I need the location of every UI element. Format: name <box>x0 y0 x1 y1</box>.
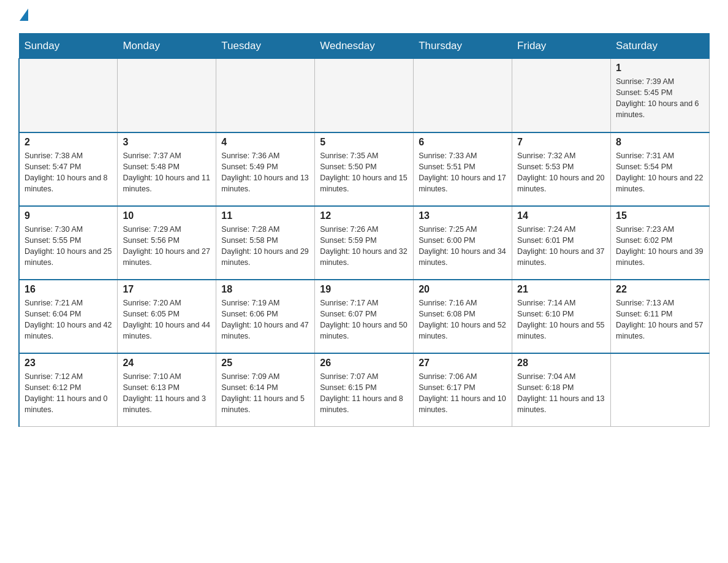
calendar-day-cell: 21Sunrise: 7:14 AMSunset: 6:10 PMDayligh… <box>512 280 611 353</box>
day-number: 12 <box>320 210 408 221</box>
day-of-week-header: Friday <box>512 34 611 59</box>
calendar-day-cell: 22Sunrise: 7:13 AMSunset: 6:11 PMDayligh… <box>611 280 710 353</box>
day-of-week-header: Tuesday <box>216 34 315 59</box>
day-of-week-header: Thursday <box>414 34 512 59</box>
calendar-day-cell: 15Sunrise: 7:23 AMSunset: 6:02 PMDayligh… <box>611 206 710 280</box>
calendar-day-cell: 7Sunrise: 7:32 AMSunset: 5:53 PMDaylight… <box>512 132 611 206</box>
day-number: 4 <box>221 137 309 148</box>
calendar-day-cell: 27Sunrise: 7:06 AMSunset: 6:17 PMDayligh… <box>414 353 512 427</box>
day-number: 6 <box>419 137 507 148</box>
day-info: Sunrise: 7:07 AMSunset: 6:15 PMDaylight:… <box>320 371 408 416</box>
day-number: 16 <box>25 284 112 295</box>
day-of-week-header: Sunday <box>19 34 118 59</box>
calendar-week-row: 9Sunrise: 7:30 AMSunset: 5:55 PMDaylight… <box>19 206 710 280</box>
calendar-day-cell <box>216 59 315 132</box>
day-number: 3 <box>123 137 211 148</box>
day-info: Sunrise: 7:13 AMSunset: 6:11 PMDaylight:… <box>616 297 704 342</box>
day-info: Sunrise: 7:04 AMSunset: 6:18 PMDaylight:… <box>517 371 605 416</box>
day-info: Sunrise: 7:14 AMSunset: 6:10 PMDaylight:… <box>517 297 605 342</box>
day-number: 27 <box>419 358 507 369</box>
calendar-day-cell: 23Sunrise: 7:12 AMSunset: 6:12 PMDayligh… <box>19 353 118 427</box>
day-number: 11 <box>221 210 309 221</box>
day-info: Sunrise: 7:06 AMSunset: 6:17 PMDaylight:… <box>419 371 507 416</box>
calendar-week-row: 2Sunrise: 7:38 AMSunset: 5:47 PMDaylight… <box>19 132 710 206</box>
calendar-day-cell: 17Sunrise: 7:20 AMSunset: 6:05 PMDayligh… <box>118 280 216 353</box>
day-of-week-header: Saturday <box>611 34 710 59</box>
day-info: Sunrise: 7:38 AMSunset: 5:47 PMDaylight:… <box>25 150 112 195</box>
day-info: Sunrise: 7:33 AMSunset: 5:51 PMDaylight:… <box>419 150 507 195</box>
day-info: Sunrise: 7:30 AMSunset: 5:55 PMDaylight:… <box>25 224 112 269</box>
day-number: 21 <box>517 284 605 295</box>
day-info: Sunrise: 7:09 AMSunset: 6:14 PMDaylight:… <box>221 371 309 416</box>
day-info: Sunrise: 7:12 AMSunset: 6:12 PMDaylight:… <box>25 371 112 416</box>
day-number: 13 <box>419 210 507 221</box>
calendar-header-row: SundayMondayTuesdayWednesdayThursdayFrid… <box>19 34 710 59</box>
day-number: 28 <box>517 358 605 369</box>
calendar-week-row: 16Sunrise: 7:21 AMSunset: 6:04 PMDayligh… <box>19 280 710 353</box>
day-info: Sunrise: 7:20 AMSunset: 6:05 PMDaylight:… <box>123 297 211 342</box>
logo-text <box>18 12 28 21</box>
calendar-day-cell: 12Sunrise: 7:26 AMSunset: 5:59 PMDayligh… <box>315 206 414 280</box>
day-number: 14 <box>517 210 605 221</box>
day-info: Sunrise: 7:17 AMSunset: 6:07 PMDaylight:… <box>320 297 408 342</box>
calendar-day-cell: 24Sunrise: 7:10 AMSunset: 6:13 PMDayligh… <box>118 353 216 427</box>
calendar-day-cell: 16Sunrise: 7:21 AMSunset: 6:04 PMDayligh… <box>19 280 118 353</box>
day-info: Sunrise: 7:29 AMSunset: 5:56 PMDaylight:… <box>123 224 211 269</box>
day-number: 1 <box>616 63 704 74</box>
day-number: 23 <box>25 358 112 369</box>
day-number: 22 <box>616 284 704 295</box>
calendar-day-cell: 11Sunrise: 7:28 AMSunset: 5:58 PMDayligh… <box>216 206 315 280</box>
day-info: Sunrise: 7:16 AMSunset: 6:08 PMDaylight:… <box>419 297 507 342</box>
calendar-day-cell: 10Sunrise: 7:29 AMSunset: 5:56 PMDayligh… <box>118 206 216 280</box>
day-info: Sunrise: 7:32 AMSunset: 5:53 PMDaylight:… <box>517 150 605 195</box>
calendar-day-cell: 8Sunrise: 7:31 AMSunset: 5:54 PMDaylight… <box>611 132 710 206</box>
logo-triangle-icon <box>20 9 28 21</box>
calendar-day-cell: 26Sunrise: 7:07 AMSunset: 6:15 PMDayligh… <box>315 353 414 427</box>
day-info: Sunrise: 7:23 AMSunset: 6:02 PMDaylight:… <box>616 224 704 269</box>
day-number: 8 <box>616 137 704 148</box>
calendar-day-cell <box>611 353 710 427</box>
day-info: Sunrise: 7:37 AMSunset: 5:48 PMDaylight:… <box>123 150 211 195</box>
day-number: 18 <box>221 284 309 295</box>
calendar-day-cell: 2Sunrise: 7:38 AMSunset: 5:47 PMDaylight… <box>19 132 118 206</box>
calendar-day-cell: 6Sunrise: 7:33 AMSunset: 5:51 PMDaylight… <box>414 132 512 206</box>
day-info: Sunrise: 7:31 AMSunset: 5:54 PMDaylight:… <box>616 150 704 195</box>
day-info: Sunrise: 7:10 AMSunset: 6:13 PMDaylight:… <box>123 371 211 416</box>
calendar-day-cell: 4Sunrise: 7:36 AMSunset: 5:49 PMDaylight… <box>216 132 315 206</box>
day-info: Sunrise: 7:26 AMSunset: 5:59 PMDaylight:… <box>320 224 408 269</box>
day-number: 25 <box>221 358 309 369</box>
calendar-day-cell: 9Sunrise: 7:30 AMSunset: 5:55 PMDaylight… <box>19 206 118 280</box>
logo <box>18 12 28 21</box>
day-info: Sunrise: 7:21 AMSunset: 6:04 PMDaylight:… <box>25 297 112 342</box>
calendar-day-cell <box>512 59 611 132</box>
day-number: 19 <box>320 284 408 295</box>
day-info: Sunrise: 7:19 AMSunset: 6:06 PMDaylight:… <box>221 297 309 342</box>
calendar-day-cell: 28Sunrise: 7:04 AMSunset: 6:18 PMDayligh… <box>512 353 611 427</box>
calendar-day-cell <box>315 59 414 132</box>
day-number: 24 <box>123 358 211 369</box>
calendar-day-cell: 5Sunrise: 7:35 AMSunset: 5:50 PMDaylight… <box>315 132 414 206</box>
day-of-week-header: Monday <box>118 34 216 59</box>
calendar-day-cell: 20Sunrise: 7:16 AMSunset: 6:08 PMDayligh… <box>414 280 512 353</box>
day-number: 2 <box>25 137 112 148</box>
day-number: 7 <box>517 137 605 148</box>
day-number: 15 <box>616 210 704 221</box>
calendar-day-cell: 3Sunrise: 7:37 AMSunset: 5:48 PMDaylight… <box>118 132 216 206</box>
day-number: 5 <box>320 137 408 148</box>
day-info: Sunrise: 7:24 AMSunset: 6:01 PMDaylight:… <box>517 224 605 269</box>
day-info: Sunrise: 7:28 AMSunset: 5:58 PMDaylight:… <box>221 224 309 269</box>
day-info: Sunrise: 7:36 AMSunset: 5:49 PMDaylight:… <box>221 150 309 195</box>
day-number: 26 <box>320 358 408 369</box>
calendar-day-cell: 14Sunrise: 7:24 AMSunset: 6:01 PMDayligh… <box>512 206 611 280</box>
calendar-week-row: 1Sunrise: 7:39 AMSunset: 5:45 PMDaylight… <box>19 59 710 132</box>
page-header <box>18 12 710 21</box>
calendar-day-cell: 1Sunrise: 7:39 AMSunset: 5:45 PMDaylight… <box>611 59 710 132</box>
calendar-day-cell <box>118 59 216 132</box>
calendar-week-row: 23Sunrise: 7:12 AMSunset: 6:12 PMDayligh… <box>19 353 710 427</box>
day-number: 10 <box>123 210 211 221</box>
day-info: Sunrise: 7:39 AMSunset: 5:45 PMDaylight:… <box>616 76 704 121</box>
calendar-day-cell: 13Sunrise: 7:25 AMSunset: 6:00 PMDayligh… <box>414 206 512 280</box>
day-number: 9 <box>25 210 112 221</box>
day-info: Sunrise: 7:25 AMSunset: 6:00 PMDaylight:… <box>419 224 507 269</box>
calendar-day-cell <box>19 59 118 132</box>
